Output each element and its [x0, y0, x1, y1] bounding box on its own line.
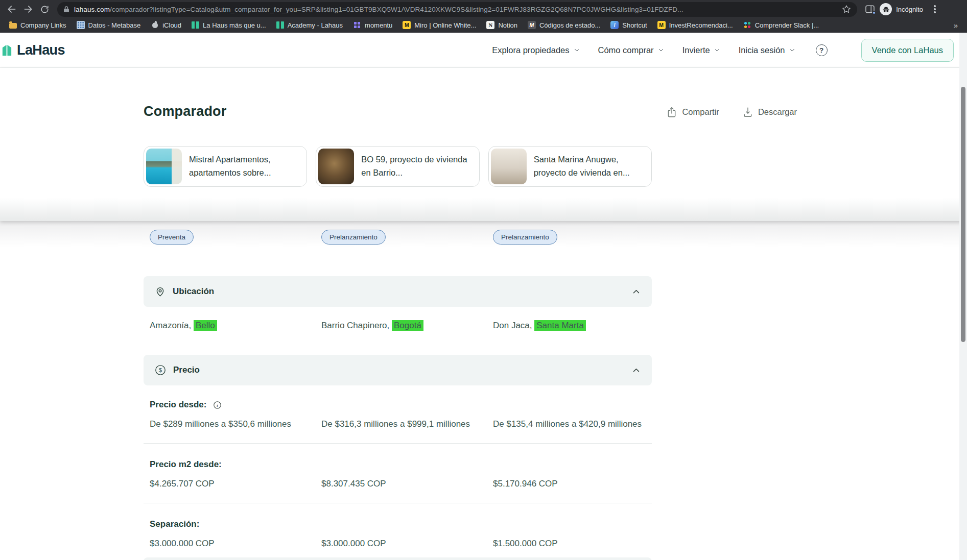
- nav-item-label: Explora propiedades: [492, 45, 569, 55]
- url-path: /comparador?listingType=Catalog&utm_comp…: [110, 6, 683, 13]
- listing-card[interactable]: Mistral Apartamentos, apartamentos sobre…: [144, 146, 307, 187]
- location-area: Amazonía,: [150, 321, 194, 330]
- bookmark-item[interactable]: La Haus más que u...: [187, 20, 270, 31]
- separation-label-row: Separación:: [144, 519, 967, 529]
- divider: [144, 503, 652, 503]
- bookmark-item[interactable]: Shortcut: [606, 19, 651, 31]
- location-city-highlight: Bogotá: [392, 320, 423, 331]
- chevron-down-icon: [714, 47, 720, 53]
- section-ubicacion-header[interactable]: Ubicación: [144, 276, 652, 307]
- bookmarks-bar: Company Links Datos - Metabase iCloud La…: [0, 18, 967, 33]
- location-value: Don Jaca, Santa Marta: [487, 321, 652, 331]
- price-m2-label-row: Precio m2 desde:: [144, 459, 967, 470]
- listing-card[interactable]: BO 59, proyecto de vivienda en Barrio...: [316, 146, 479, 187]
- nav-item-invierte[interactable]: Invierte: [682, 45, 720, 55]
- section-title: Ubicación: [173, 286, 214, 297]
- price-m2-value: $5.170.946 COP: [487, 470, 652, 489]
- lahaus-icon: [276, 21, 284, 29]
- badge-cell: Preventa: [144, 230, 315, 245]
- bookmark-label: Datos - Metabase: [88, 21, 141, 29]
- side-panel-notification-dot: [872, 11, 876, 15]
- page-scrollbar[interactable]: [959, 33, 967, 560]
- lahaus-logo[interactable]: LaHaus: [1, 42, 65, 58]
- nav-item-label: Invierte: [682, 45, 710, 55]
- incognito-label: Incógnito: [896, 6, 923, 13]
- share-button[interactable]: Compartir: [667, 106, 719, 118]
- next-section-band: [144, 557, 652, 560]
- info-icon[interactable]: i: [213, 401, 222, 409]
- bookmark-label: Miro | Online White...: [414, 21, 476, 29]
- scrollbar-thumb[interactable]: [961, 87, 965, 342]
- bookmark-item[interactable]: InvestRecomendaci...: [653, 19, 737, 31]
- listing-card-title: Santa Marina Anugwe, proyecto de viviend…: [534, 153, 649, 179]
- price-m2-values-row: $4.265.707 COP $8.307.435 COP $5.170.946…: [144, 470, 652, 489]
- price-from-value: De $135,4 milliones a $420,9 milliones: [487, 410, 652, 429]
- help-icon[interactable]: [816, 44, 828, 56]
- miro-icon: [657, 21, 666, 29]
- site-header: LaHaus Explora propiedades Cómo comprar …: [0, 33, 967, 68]
- listing-card-title: Mistral Apartamentos, apartamentos sobre…: [189, 153, 304, 179]
- collapse-chevron-up-icon[interactable]: [632, 366, 641, 375]
- lahaus-logo-icon: [1, 43, 13, 57]
- url-domain: lahaus.com: [74, 6, 110, 13]
- vende-con-lahaus-button[interactable]: Vende con LaHaus: [861, 39, 954, 62]
- momentu-icon: [353, 21, 361, 29]
- nav-item-explora-propiedades[interactable]: Explora propiedades: [492, 45, 579, 55]
- share-label: Compartir: [682, 107, 719, 117]
- bookmark-item[interactable]: Academy - Lahaus: [272, 20, 347, 31]
- price-from-values-row: De $289 milliones a $350,6 milliones De …: [144, 410, 652, 429]
- chevron-down-icon: [574, 47, 580, 53]
- bookmark-label: InvestRecomendaci...: [669, 21, 733, 29]
- url-bar[interactable]: lahaus.com/comparador?listingType=Catalo…: [57, 2, 857, 17]
- price-m2-value: $8.307.435 COP: [315, 470, 487, 489]
- nav-item-inicia-sesion[interactable]: Inicia sesión: [739, 45, 795, 55]
- location-area: Barrio Chapinero,: [321, 321, 392, 330]
- comparator-sticky-header: Comparador Compartir Descargar Mistral A…: [0, 68, 967, 221]
- listing-card[interactable]: Santa Marina Anugwe, proyecto de viviend…: [488, 146, 652, 187]
- price-m2-label: Precio m2 desde:: [150, 459, 222, 470]
- bookmark-star-icon[interactable]: [842, 5, 851, 14]
- bookmark-label: La Haus más que u...: [203, 21, 266, 29]
- bookmark-item[interactable]: iCloud: [147, 19, 185, 31]
- back-icon[interactable]: [4, 2, 19, 17]
- apple-icon: [151, 21, 159, 29]
- separation-value: $3.000.000 COP: [315, 529, 487, 549]
- bookmarks-overflow-chevron[interactable]: »: [952, 21, 960, 30]
- download-button[interactable]: Descargar: [743, 106, 797, 118]
- bookmark-item[interactable]: Company Links: [5, 20, 70, 31]
- browser-chrome: lahaus.com/comparador?listingType=Catalo…: [0, 0, 967, 33]
- status-badge-row: Preventa Prelanzamiento Prelanzamiento: [0, 221, 967, 257]
- status-badge: Prelanzamiento: [493, 230, 557, 245]
- listing-thumbnail: [318, 149, 354, 184]
- bookmark-item[interactable]: momentu: [349, 19, 396, 31]
- header-actions: Compartir Descargar: [667, 106, 797, 118]
- main-nav: Explora propiedades Cómo comprar Inviert…: [492, 39, 954, 62]
- collapse-chevron-up-icon[interactable]: [632, 287, 641, 296]
- notion-icon: [486, 21, 494, 29]
- title-row: Comparador Compartir Descargar: [144, 104, 797, 119]
- chevron-down-icon: [789, 47, 795, 53]
- price-from-value: De $316,3 milliones a $999,1 milliones: [315, 410, 487, 429]
- folder-icon: [9, 23, 17, 29]
- nav-item-como-comprar[interactable]: Cómo comprar: [598, 45, 664, 55]
- bookmark-item[interactable]: Miro | Online White...: [398, 19, 480, 31]
- location-value: Barrio Chapinero, Bogotá: [315, 321, 487, 331]
- side-panel-icon[interactable]: [862, 2, 878, 17]
- separation-values-row: $3.000.000 COP $3.000.000 COP $1.500.000…: [144, 529, 652, 549]
- reload-icon[interactable]: [37, 2, 52, 17]
- lahaus-logo-text: LaHaus: [17, 42, 65, 58]
- bookmark-item[interactable]: Códigos de estado...: [524, 19, 604, 31]
- lock-icon: [63, 6, 69, 13]
- status-badge: Preventa: [150, 230, 194, 245]
- bookmark-item[interactable]: Notion: [482, 19, 522, 31]
- menu-dots-icon[interactable]: [928, 2, 941, 17]
- metabase-icon: [77, 21, 85, 29]
- divider: [144, 443, 652, 444]
- location-values-row: Amazonía, Bello Barrio Chapinero, Bogotá…: [144, 307, 652, 355]
- forward-icon[interactable]: [20, 2, 36, 17]
- section-precio-header[interactable]: $ Precio: [144, 355, 652, 385]
- bookmark-item[interactable]: Comprender Slack |...: [739, 19, 823, 31]
- svg-text:$: $: [159, 367, 162, 373]
- nav-item-label: Inicia sesión: [739, 45, 785, 55]
- bookmark-item[interactable]: Datos - Metabase: [73, 19, 145, 31]
